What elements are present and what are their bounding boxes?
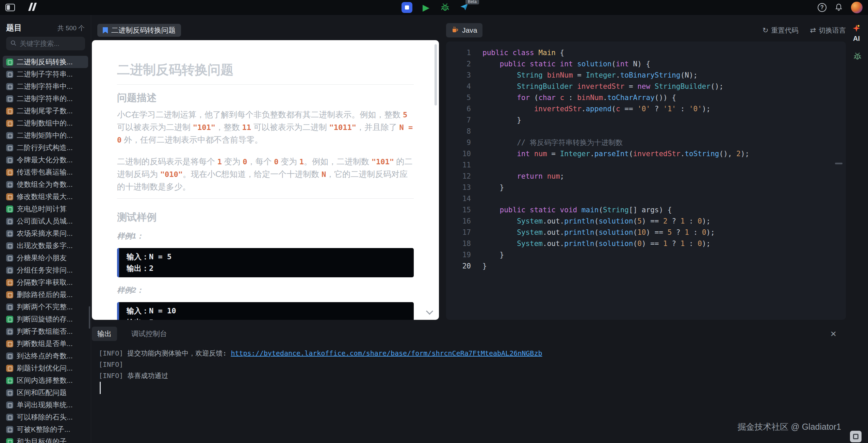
sidebar-item[interactable]: 单词出现频率统... [3, 399, 88, 411]
debug-run-button[interactable] [440, 2, 451, 13]
problem-item-label: 二进制尾零子数... [17, 106, 73, 116]
code-line [482, 193, 846, 204]
doc-scrollbar[interactable] [435, 44, 437, 105]
app-logo-icon[interactable] [25, 3, 39, 12]
difficulty-icon [6, 316, 13, 323]
java-icon [452, 26, 459, 35]
switch-language-button[interactable]: ⇄ 切换语言 [810, 26, 846, 35]
line-number: 11 [446, 160, 471, 171]
sidebar-item[interactable]: 判断数组是否单... [3, 338, 88, 350]
tab-output[interactable]: 输出 [92, 327, 117, 341]
sidebar-item[interactable]: 二进制字符串的... [3, 93, 88, 105]
editor-scrollbar[interactable] [835, 163, 842, 164]
difficulty-icon [6, 157, 13, 164]
sidebar-item[interactable]: 到达终点的奇数... [3, 350, 88, 362]
sidebar-item[interactable]: 分组任务安排问... [3, 264, 88, 276]
problem-item-label: 删除路径后的最... [17, 290, 73, 299]
sidebar-scrollbar[interactable] [89, 306, 90, 329]
line-number: 8 [446, 126, 471, 137]
sidebar-item[interactable]: 令牌最大化分数... [3, 154, 88, 166]
line-number: 10 [446, 148, 471, 160]
sidebar-item[interactable]: 判断子数组能否... [3, 325, 88, 338]
sidebar-item[interactable]: 二进制矩阵中的... [3, 129, 88, 142]
sidebar-item[interactable]: 二进制数组中的... [3, 117, 88, 129]
problem-tab[interactable]: 二进制反码转换问题 [97, 24, 181, 37]
difficulty-icon [6, 340, 13, 347]
topbar: ▶ Beta ? [0, 0, 868, 15]
reset-code-label: 重置代码 [771, 26, 798, 35]
user-avatar[interactable] [851, 2, 863, 13]
debug-panel-button[interactable] [402, 2, 412, 13]
line-number: 20 [446, 261, 471, 272]
problem-item-label: 判断数组是否单... [17, 339, 73, 348]
notifications-bell-icon[interactable] [835, 3, 843, 12]
sidebar-item[interactable]: 公司面试人员城... [3, 215, 88, 227]
divider [117, 198, 414, 199]
sidebar-item[interactable]: 二阶行列式构造... [3, 142, 88, 154]
sidebar-toggle-icon[interactable] [5, 4, 15, 11]
sidebar-item[interactable]: 可以移除的石头... [3, 411, 88, 423]
line-number: 16 [446, 216, 471, 227]
editor-header: Java ↻ 重置代码 ⇄ 切换语言 [446, 22, 846, 39]
sidebar-item[interactable]: 农场采摘水果问... [3, 227, 88, 240]
sidebar-item[interactable]: 刷题计划优化问... [3, 362, 88, 374]
submit-button[interactable]: Beta [459, 2, 470, 13]
sidebar-item[interactable]: 分糖果给小朋友 [3, 252, 88, 264]
problem-item-label: 二进制子字符串... [17, 69, 73, 79]
difficulty-icon [6, 255, 13, 262]
sidebar-item[interactable]: 分隔数字串获取... [3, 276, 88, 289]
sidebar-item[interactable]: 传送带包裹运输... [3, 166, 88, 178]
problem-item-label: 二进制数组中的... [17, 118, 73, 128]
sidebar-item[interactable]: 可被K整除的子... [3, 423, 88, 436]
problem-item-label: 判断回旋镖的存... [17, 314, 73, 324]
sidebar-item[interactable]: 判断回旋镖的存... [3, 313, 88, 325]
search-input[interactable]: 关键字搜索... [6, 37, 85, 50]
sidebar-item[interactable]: 删除路径后的最... [3, 289, 88, 301]
sidebar-item[interactable]: 区间和匹配问题 [3, 387, 88, 399]
close-console-icon[interactable]: × [830, 327, 836, 341]
code-line: public class Main { [482, 47, 846, 59]
reset-code-button[interactable]: ↻ 重置代码 [763, 26, 799, 35]
rail-debug-button[interactable] [853, 52, 862, 62]
run-button[interactable]: ▶ [421, 2, 431, 13]
inline-code: 0 [274, 158, 278, 166]
code-line: System.out.println(solution(10) == 5 ? 1… [482, 227, 846, 238]
problem-item-label: 令牌最大化分数... [17, 155, 73, 165]
tab-debug-console[interactable]: 调试控制台 [126, 327, 173, 341]
line-number: 6 [446, 103, 471, 115]
sidebar-item[interactable]: 二进制字符串中... [3, 80, 88, 93]
sidebar-title: 题目 [6, 22, 22, 33]
sidebar-item[interactable]: 判断两个不完整... [3, 301, 88, 313]
problem-item-label: 二进制字符串中... [17, 82, 73, 91]
ai-assistant-button[interactable]: AI [847, 24, 866, 43]
difficulty-icon [6, 426, 13, 433]
problem-item-label: 分隔数字串获取... [17, 278, 73, 287]
sidebar-item[interactable]: 使数组全为奇数... [3, 178, 88, 191]
problem-count: 共 500 个 [58, 24, 85, 33]
line-number: 3 [446, 70, 471, 81]
sidebar-item[interactable]: 二进制子字符串... [3, 68, 88, 80]
sidebar-item[interactable]: 和为目标值的子... [3, 436, 88, 443]
scroll-down-icon[interactable] [426, 308, 433, 315]
sidebar-item[interactable]: 二进制反码转换... [3, 56, 88, 68]
code-line [482, 126, 846, 137]
code-line: } [482, 115, 846, 126]
search-icon [10, 40, 17, 48]
code-editor[interactable]: 1234567891011121314151617181920 public c… [446, 42, 846, 320]
sidebar-item[interactable]: 区间内选择整数... [3, 374, 88, 387]
search-placeholder: 关键字搜索... [20, 39, 60, 48]
problem-item-label: 二进制矩阵中的... [17, 131, 73, 140]
help-icon[interactable]: ? [818, 3, 826, 12]
sidebar-item[interactable]: 修改数组求最大... [3, 191, 88, 203]
sidebar-item[interactable]: 二进制尾零子数... [3, 105, 88, 117]
sample-line: 输出：2 [127, 263, 406, 274]
sample2-label: 样例2： [117, 286, 414, 294]
feedback-link[interactable]: https://bytedance.larkoffice.com/share/b… [231, 349, 542, 357]
sidebar-item[interactable]: 充电总时间计算 [3, 203, 88, 215]
section-problem-description: 问题描述 [117, 92, 414, 103]
sidebar-item[interactable]: 出现次数最多字... [3, 240, 88, 252]
language-tab[interactable]: Java [446, 23, 482, 37]
difficulty-icon [6, 328, 13, 335]
difficulty-icon [6, 218, 13, 225]
feedback-widget-button[interactable] [850, 431, 862, 442]
